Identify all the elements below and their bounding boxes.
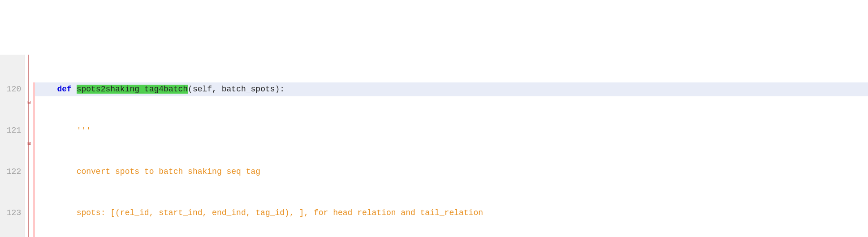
code-line[interactable]: def spots2shaking_tag4batch(self, batch_…: [35, 82, 868, 96]
code-line[interactable]: spots: [(rel_id, start_ind, end_ind, tag…: [35, 206, 868, 220]
fold-column: ⊟ ⊟ └ ⊟ ⊟ └ └: [25, 55, 33, 237]
selected-function-name: spots2shaking_tag4batch: [77, 85, 188, 94]
line-number: 122: [2, 165, 21, 179]
line-number: 120: [2, 82, 21, 96]
line-number: 123: [2, 206, 21, 220]
code-area[interactable]: def spots2shaking_tag4batch(self, batch_…: [35, 55, 868, 237]
code-line[interactable]: convert spots to batch shaking seq tag: [35, 165, 868, 179]
code-line[interactable]: ''': [35, 124, 868, 138]
fold-guide-icon: [25, 220, 33, 234]
fold-toggle-icon[interactable]: ⊟: [25, 137, 33, 151]
fold-toggle-icon[interactable]: ⊟: [25, 96, 33, 110]
code-editor[interactable]: 120 121 122 123 124 125 126 127 128 129 …: [0, 55, 868, 237]
line-number-gutter: 120 121 122 123 124 125 126 127 128 129 …: [0, 55, 25, 237]
fold-guide-icon: [25, 179, 33, 193]
keyword-def: def: [57, 85, 71, 94]
line-number: 121: [2, 124, 21, 138]
